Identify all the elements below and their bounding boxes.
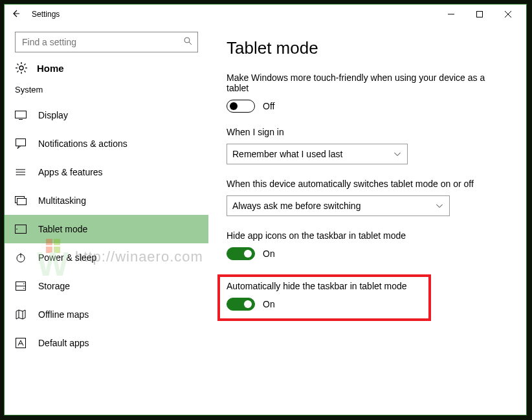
setting-label: Make Windows more touch-friendly when us…: [227, 72, 498, 93]
power-icon: [15, 252, 27, 263]
maximize-button[interactable]: [465, 5, 494, 23]
nav-display[interactable]: Display: [5, 101, 208, 129]
tablet-icon: [15, 225, 27, 234]
svg-point-14: [23, 283, 25, 285]
nav-tablet-mode[interactable]: Tablet mode: [5, 215, 208, 243]
svg-rect-0: [477, 12, 483, 17]
nav-label: Notifications & actions: [38, 138, 127, 149]
setting-label: Hide app icons on the taskbar in tablet …: [227, 230, 498, 241]
setting-label: When this device automatically switches …: [227, 179, 498, 189]
svg-point-15: [23, 288, 25, 289]
notifications-icon: [15, 138, 27, 149]
setting-auto-hide-taskbar: Automatically hide the taskbar in tablet…: [227, 281, 422, 311]
multitasking-icon: [15, 196, 27, 205]
svg-rect-3: [16, 111, 27, 118]
page-title: Tablet mode: [227, 38, 508, 58]
svg-point-2: [19, 66, 23, 70]
nav-label: Storage: [38, 281, 70, 291]
chevron-down-icon: [436, 203, 443, 210]
setting-label: When I sign in: [227, 127, 498, 137]
nav-label: Power & sleep: [38, 252, 96, 263]
nav-list: Display Notifications & actions Apps & f…: [5, 101, 208, 357]
window-title: Settings: [32, 10, 60, 19]
maximize-icon: [476, 11, 483, 17]
nav-label: Apps & features: [38, 167, 103, 177]
svg-rect-9: [17, 199, 27, 205]
highlighted-setting: Automatically hide the taskbar in tablet…: [217, 274, 431, 321]
search-input[interactable]: [16, 32, 197, 52]
nav-power[interactable]: Power & sleep: [5, 243, 208, 272]
nav-default-apps[interactable]: Default apps: [5, 329, 208, 357]
toggle-auto-hide-taskbar[interactable]: [227, 298, 255, 311]
search-box[interactable]: [15, 32, 198, 52]
default-apps-icon: [15, 338, 27, 348]
select-signin[interactable]: Remember what I used last: [227, 144, 408, 164]
svg-point-7: [16, 175, 17, 175]
select-value: Remember what I used last: [232, 149, 342, 159]
apps-icon: [15, 167, 27, 177]
close-icon: [505, 11, 511, 17]
nav-label: Multitasking: [38, 195, 86, 206]
body: Home System Display Notifications & acti…: [5, 24, 526, 415]
setting-switch-mode: When this device automatically switches …: [227, 179, 508, 216]
search-icon: [184, 37, 192, 47]
svg-point-11: [16, 228, 17, 230]
content-area: Tablet mode Make Windows more touch-frie…: [208, 24, 526, 415]
close-button[interactable]: [494, 5, 522, 23]
setting-label: Automatically hide the taskbar in tablet…: [227, 281, 422, 291]
svg-point-6: [16, 172, 17, 173]
select-value: Always ask me before switching: [232, 201, 360, 211]
nav-apps[interactable]: Apps & features: [5, 158, 208, 186]
home-label: Home: [37, 63, 64, 74]
display-icon: [15, 111, 27, 120]
svg-rect-4: [16, 139, 26, 146]
nav-storage[interactable]: Storage: [5, 272, 208, 300]
nav-label: Display: [38, 110, 68, 120]
select-switch-mode[interactable]: Always ask me before switching: [227, 195, 450, 216]
settings-window: Settings: [4, 4, 527, 415]
chevron-down-icon: [394, 151, 401, 158]
minimize-button[interactable]: [437, 5, 465, 23]
nav-label: Default apps: [38, 338, 89, 348]
nav-multitasking[interactable]: Multitasking: [5, 186, 208, 215]
minimize-icon: [448, 11, 454, 17]
svg-point-1: [184, 38, 190, 43]
svg-point-5: [16, 170, 17, 170]
back-button[interactable]: [8, 9, 23, 20]
setting-signin: When I sign in Remember what I used last: [227, 127, 508, 164]
toggle-state: On: [263, 299, 275, 309]
home-link[interactable]: Home: [5, 61, 208, 85]
toggle-hide-icons[interactable]: [227, 247, 255, 260]
titlebar: Settings: [5, 5, 526, 24]
gear-icon: [15, 61, 28, 74]
nav-label: Offline maps: [38, 309, 89, 320]
setting-touch-friendly: Make Windows more touch-friendly when us…: [227, 72, 508, 113]
nav-notifications[interactable]: Notifications & actions: [5, 129, 208, 158]
toggle-touch-friendly[interactable]: [227, 100, 255, 113]
nav-label: Tablet mode: [38, 224, 87, 234]
storage-icon: [15, 282, 27, 291]
nav-offline-maps[interactable]: Offline maps: [5, 300, 208, 329]
section-label: System: [5, 85, 208, 101]
sidebar: Home System Display Notifications & acti…: [5, 24, 208, 415]
toggle-state: Off: [263, 101, 274, 111]
maps-icon: [15, 309, 27, 320]
setting-hide-icons: Hide app icons on the taskbar in tablet …: [227, 230, 508, 260]
svg-rect-16: [16, 338, 26, 348]
back-arrow-icon: [11, 9, 20, 18]
toggle-state: On: [263, 249, 275, 259]
